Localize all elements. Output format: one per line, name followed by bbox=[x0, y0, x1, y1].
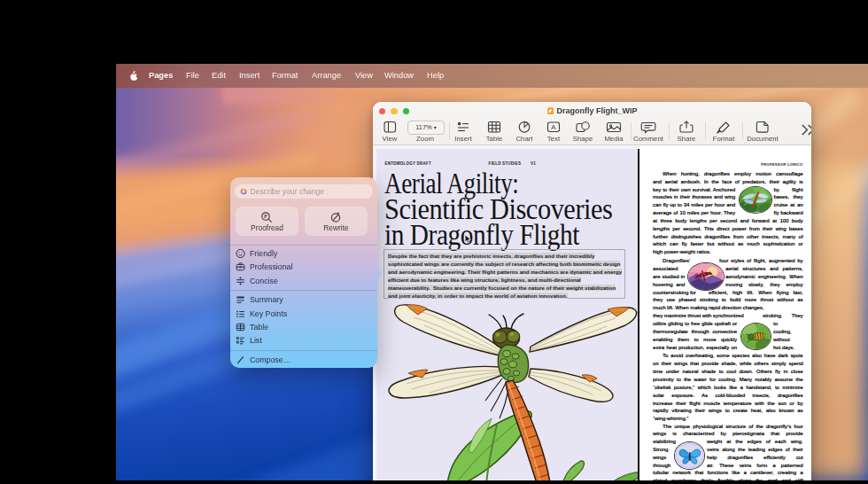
svg-text:A: A bbox=[551, 123, 556, 131]
